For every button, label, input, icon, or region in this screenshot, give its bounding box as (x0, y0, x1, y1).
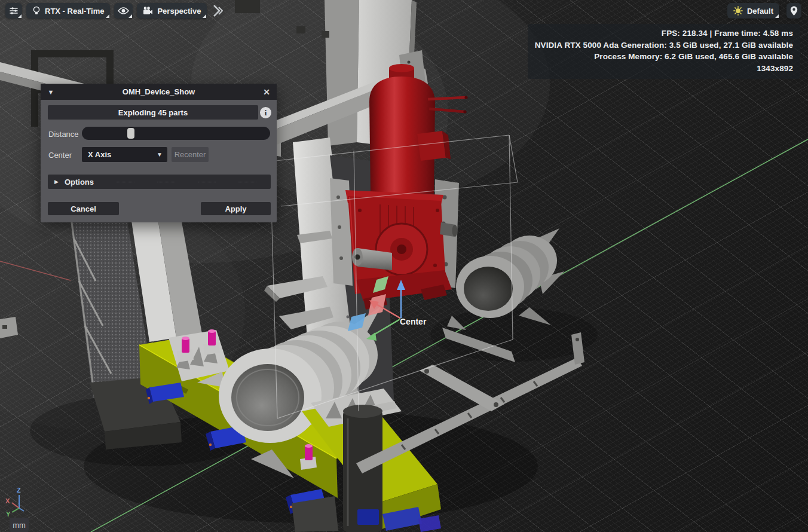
stats-memory-line: Process Memory: 6.2 GiB used, 465.6 GiB … (535, 51, 793, 63)
collapse-triangle-icon[interactable]: ▼ (41, 88, 61, 96)
lighting-label: Default (747, 7, 773, 16)
center-label: Center (48, 151, 72, 160)
center-axis-value: X Axis (88, 150, 157, 159)
options-label: Options (65, 178, 94, 186)
viewport-3d[interactable]: Center RTX - Real-Time (0, 0, 808, 532)
center-axis-dropdown[interactable]: X Axis ▼ (82, 147, 167, 162)
dotted-separator (238, 182, 256, 182)
camera-label: Perspective (157, 7, 201, 16)
video-camera-icon (143, 7, 153, 15)
cancel-label: Cancel (71, 204, 96, 213)
unit-label: mm (13, 521, 26, 530)
options-expander[interactable]: ▶ Options (48, 175, 271, 189)
apply-label: Apply (225, 204, 246, 213)
performance-stats-panel: FPS: 218.34 | Frame time: 4.58 ms NVIDIA… (528, 24, 800, 79)
stats-resolution: 1343x892 (535, 63, 793, 75)
map-pin-icon (790, 6, 798, 16)
eye-icon (118, 7, 129, 15)
viewport-topright-controls: Default (727, 3, 801, 19)
double-chevron-icon (212, 4, 224, 18)
toolbar-expand-button[interactable] (212, 4, 224, 18)
recenter-button[interactable]: Recenter (172, 147, 209, 162)
unit-badge: mm (10, 518, 29, 532)
recenter-label: Recenter (175, 150, 206, 159)
status-banner-label: Exploding 45 parts (118, 108, 188, 117)
sliders-icon (9, 6, 19, 16)
axis-z-label: Z (17, 487, 21, 494)
close-icon[interactable]: ✕ (256, 87, 277, 97)
dialog-title: OMH_Device_Show (61, 87, 256, 96)
distance-slider[interactable] (82, 127, 270, 140)
info-icon[interactable]: i (260, 107, 271, 118)
viewport-toolbar: RTX - Real-Time Perspective (5, 3, 224, 19)
axis-y-label: Y (6, 510, 11, 516)
stats-gpu-line: NVIDIA RTX 5000 Ada Generation: 3.5 GiB … (535, 39, 793, 51)
scene-3d: Center (0, 0, 808, 532)
distance-slider-handle[interactable] (127, 128, 134, 139)
chevron-down-icon: ▼ (157, 151, 163, 158)
dialog-title-bar[interactable]: ▼ OMH_Device_Show ✕ (41, 84, 277, 100)
axis-x-label: X (5, 497, 10, 505)
dotted-separator (157, 182, 175, 182)
apply-button[interactable]: Apply (201, 202, 271, 215)
status-banner[interactable]: Exploding 45 parts (48, 105, 258, 120)
gizmo-center-label: Center (400, 317, 427, 326)
orientation-axis-gizmo[interactable]: Z X Y (0, 483, 36, 516)
edge-bracket (0, 317, 18, 338)
lightbulb-icon (32, 6, 41, 16)
omh-device-show-dialog: ▼ OMH_Device_Show ✕ Exploding 45 parts i… (41, 84, 277, 222)
sun-icon (733, 6, 743, 16)
dotted-separator (117, 182, 134, 182)
waypoint-button[interactable] (786, 3, 801, 19)
distance-label: Distance (48, 130, 79, 139)
lighting-button[interactable]: Default (727, 3, 779, 19)
visibility-button[interactable] (114, 3, 133, 19)
cancel-button[interactable]: Cancel (48, 202, 119, 215)
expand-triangle-icon: ▶ (54, 179, 59, 185)
viewport-settings-button[interactable] (5, 3, 22, 19)
camera-button[interactable]: Perspective (137, 3, 207, 19)
renderer-button[interactable]: RTX - Real-Time (26, 3, 110, 19)
stats-fps-line: FPS: 218.34 | Frame time: 4.58 ms (535, 27, 793, 39)
renderer-label: RTX - Real-Time (45, 7, 104, 16)
dotted-separator (198, 182, 216, 182)
